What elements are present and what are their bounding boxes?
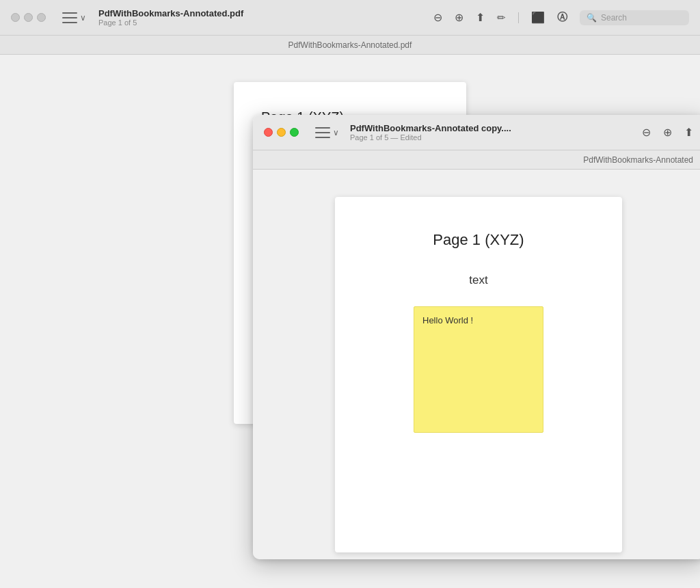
back-annotate-icon[interactable]: Ⓐ <box>557 11 567 24</box>
back-titlebar-info: PdfWithBookmarks-Annotated.pdf Page 1 of… <box>98 8 427 27</box>
back-zoom-out-icon[interactable]: ⊖ <box>433 11 442 24</box>
front-maximize-button[interactable] <box>290 128 299 137</box>
front-chevron-down-icon[interactable]: ∨ <box>333 128 339 137</box>
back-search-placeholder: Search <box>601 13 627 23</box>
back-minimize-button[interactable] <box>24 13 33 22</box>
back-window-subtitle: Page 1 of 5 <box>98 18 137 27</box>
front-titlebar-tools: ⊖ ⊕ ⬆ <box>642 126 693 139</box>
back-tab-label[interactable]: PdfWithBookmarks-Annotated.pdf <box>288 40 412 50</box>
front-minimize-button[interactable] <box>277 128 286 137</box>
back-search-icon: 🔍 <box>587 13 597 23</box>
back-close-button[interactable] <box>11 13 20 22</box>
back-titlebar-tools: ⊖ ⊕ ⬆ ✏ ⬛ Ⓐ 🔍 Search <box>433 10 689 25</box>
front-tab-label[interactable]: PdfWithBookmarks-Annotated <box>583 155 693 165</box>
back-titlebar: ∨ PdfWithBookmarks-Annotated.pdf Page 1 … <box>0 0 700 36</box>
front-zoom-out-icon[interactable]: ⊖ <box>642 126 651 139</box>
back-traffic-lights <box>11 13 46 22</box>
front-sticky-note[interactable]: Hello World ! <box>414 306 543 433</box>
sticky-note-text: Hello World ! <box>422 315 473 325</box>
back-share-icon[interactable]: ⬆ <box>476 11 485 24</box>
front-window-title: PdfWithBookmarks-Annotated copy.... <box>350 123 511 133</box>
toolbar-divider <box>518 12 519 23</box>
front-window-subtitle: Page 1 of 5 — Edited <box>350 133 422 142</box>
front-tab-bar: PdfWithBookmarks-Annotated <box>253 150 700 170</box>
front-close-button[interactable] <box>264 128 273 137</box>
back-window-title: PdfWithBookmarks-Annotated.pdf <box>98 8 243 18</box>
chevron-down-icon[interactable]: ∨ <box>80 13 86 23</box>
front-titlebar: ∨ PdfWithBookmarks-Annotated copy.... Pa… <box>253 115 700 150</box>
back-markup-icon[interactable]: ✏ <box>497 12 506 24</box>
front-pdf-page: Page 1 (XYZ) text Hello World ! <box>335 197 622 552</box>
front-traffic-lights <box>264 128 299 137</box>
back-tab-bar: PdfWithBookmarks-Annotated.pdf <box>0 36 700 55</box>
back-search-box[interactable]: 🔍 Search <box>580 10 689 25</box>
sidebar-toggle-button[interactable] <box>62 12 77 23</box>
front-content: Page 1 (XYZ) text Hello World ! <box>253 170 700 559</box>
back-zoom-in-icon[interactable]: ⊕ <box>455 11 463 24</box>
back-maximize-button[interactable] <box>37 13 46 22</box>
front-page-title: Page 1 (XYZ) <box>376 231 581 249</box>
front-sidebar-toggle-button[interactable] <box>315 127 330 138</box>
front-window: ∨ PdfWithBookmarks-Annotated copy.... Pa… <box>253 115 700 559</box>
front-page-text: text <box>376 273 581 287</box>
front-titlebar-info: PdfWithBookmarks-Annotated copy.... Page… <box>350 123 635 142</box>
front-share-icon[interactable]: ⬆ <box>684 126 693 139</box>
front-zoom-in-icon[interactable]: ⊕ <box>663 126 672 139</box>
back-window-icon[interactable]: ⬛ <box>531 11 545 24</box>
